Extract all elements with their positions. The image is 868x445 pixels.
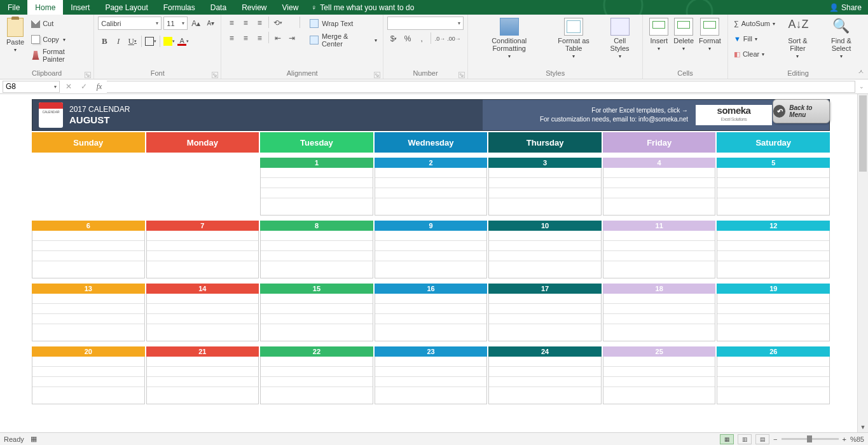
calendar-cell[interactable]: 2 <box>375 158 488 216</box>
calendar-cell[interactable]: 14 <box>146 284 259 341</box>
formula-input[interactable] <box>107 81 855 93</box>
insert-cells-button[interactable]: Insert▾ <box>647 17 671 69</box>
clear-button[interactable]: ◧Clear▾ <box>732 47 777 61</box>
date-body[interactable] <box>146 231 259 278</box>
calendar-cell[interactable]: 4 <box>603 158 716 216</box>
underline-button[interactable]: U▾ <box>126 35 139 48</box>
clipboard-launcher[interactable]: ⬂ <box>85 72 91 78</box>
date-body[interactable] <box>488 357 602 404</box>
find-select-button[interactable]: 🔍Find & Select▾ <box>818 17 864 69</box>
increase-indent-button[interactable]: ⇥ <box>286 32 298 44</box>
date-body[interactable] <box>717 231 830 278</box>
calendar-cell[interactable]: 11 <box>603 221 716 278</box>
fill-color-button[interactable]: ▾ <box>163 35 176 48</box>
calendar-cell[interactable]: 9 <box>375 221 488 278</box>
date-body[interactable] <box>603 357 716 404</box>
date-body[interactable] <box>375 168 488 216</box>
fill-button[interactable]: ▼Fill▾ <box>732 32 777 46</box>
scroll-down-button[interactable]: ▼ <box>858 422 868 432</box>
font-color-button[interactable]: A▾ <box>177 35 189 48</box>
vertical-scrollbar[interactable]: ▲ ▼ <box>857 94 868 432</box>
align-middle-button[interactable]: ≡ <box>239 17 252 29</box>
calendar-cell[interactable]: 13 <box>32 284 145 341</box>
copy-button[interactable]: Copy▾ <box>29 32 90 46</box>
enter-formula-button[interactable]: ✓ <box>76 82 92 91</box>
date-body[interactable] <box>260 231 373 278</box>
date-body[interactable] <box>260 294 373 341</box>
date-body[interactable] <box>488 168 602 216</box>
decrease-decimal-button[interactable]: .00→ <box>448 32 460 45</box>
calendar-cell[interactable]: 16 <box>375 284 488 341</box>
bold-button[interactable]: B <box>98 35 111 48</box>
delete-cells-button[interactable]: Delete▾ <box>671 17 696 69</box>
align-right-button[interactable]: ≡ <box>253 32 266 44</box>
calendar-cell[interactable]: 22 <box>260 346 373 404</box>
date-body[interactable] <box>717 168 830 216</box>
date-body[interactable] <box>32 231 145 278</box>
format-as-table-button[interactable]: Format as Table▾ <box>546 17 601 69</box>
date-body[interactable] <box>32 294 145 341</box>
increase-font-button[interactable]: A▴ <box>189 17 202 30</box>
expand-formula-button[interactable]: ⌄ <box>855 83 868 90</box>
back-to-menu-button[interactable]: ↶ Back to Menu <box>773 99 830 123</box>
date-body[interactable] <box>260 168 373 216</box>
calendar-cell[interactable]: 20 <box>32 346 145 404</box>
date-body[interactable] <box>603 294 716 341</box>
calendar-cell[interactable]: 3 <box>488 158 602 216</box>
font-size-combo[interactable]: 11▾ <box>163 17 188 30</box>
autosum-button[interactable]: ∑AutoSum▾ <box>732 17 777 31</box>
accounting-button[interactable]: $▾ <box>387 32 400 45</box>
cut-button[interactable]: Cut <box>29 17 90 31</box>
orientation-button[interactable]: ⟲▾ <box>272 17 284 29</box>
date-body[interactable] <box>32 357 145 404</box>
align-center-button[interactable]: ≡ <box>239 32 252 44</box>
share-button[interactable]: 👤Share <box>829 3 862 12</box>
sort-filter-button[interactable]: A↓ZSort & Filter▾ <box>777 17 818 69</box>
date-body[interactable] <box>488 294 602 341</box>
align-bottom-button[interactable]: ≡ <box>253 17 266 29</box>
scroll-thumb[interactable] <box>859 95 867 172</box>
decrease-font-button[interactable]: A▾ <box>204 17 217 30</box>
zoom-in-button[interactable]: + <box>843 435 846 443</box>
date-body[interactable] <box>375 357 488 404</box>
alignment-launcher[interactable]: ⬂ <box>374 72 380 78</box>
date-body[interactable] <box>146 294 259 341</box>
date-body[interactable] <box>717 357 830 404</box>
percent-button[interactable]: % <box>401 32 414 45</box>
tab-data[interactable]: Data <box>203 0 234 15</box>
font-launcher[interactable]: ⬂ <box>212 72 218 78</box>
increase-decimal-button[interactable]: .0→ <box>434 32 446 45</box>
date-body[interactable] <box>603 168 716 216</box>
calendar-cell[interactable]: 10 <box>488 221 602 278</box>
tell-me[interactable]: ♀Tell me what you want to do <box>311 3 414 12</box>
calendar-cell[interactable]: 19 <box>717 284 830 341</box>
font-name-combo[interactable]: Calibri▾ <box>98 17 162 30</box>
date-body[interactable] <box>488 231 602 278</box>
zoom-slider[interactable] <box>782 438 839 440</box>
date-body[interactable] <box>260 357 373 404</box>
insert-function-button[interactable]: fx <box>92 82 107 92</box>
calendar-cell[interactable]: 5 <box>717 158 830 216</box>
date-body[interactable] <box>375 294 488 341</box>
wrap-text-button[interactable]: Wrap Text <box>308 17 379 31</box>
name-box[interactable]: G8▾ <box>3 81 60 93</box>
calendar-cell[interactable]: 12 <box>717 221 830 278</box>
paste-button[interactable]: Paste▾ <box>4 17 27 69</box>
calendar-cell[interactable]: 7 <box>146 221 259 278</box>
collapse-ribbon-button[interactable]: ㅅ <box>858 67 864 76</box>
date-body[interactable] <box>717 294 830 341</box>
zoom-level[interactable]: %85 <box>850 435 864 443</box>
calendar-cell[interactable]: 1 <box>260 158 373 216</box>
format-painter-button[interactable]: Format Painter <box>29 48 90 62</box>
tab-formulas[interactable]: Formulas <box>156 0 203 15</box>
comma-button[interactable]: , <box>415 32 428 45</box>
calendar-cell[interactable]: 6 <box>32 221 145 278</box>
italic-button[interactable]: I <box>112 35 125 48</box>
page-layout-view-button[interactable]: ▥ <box>738 434 752 444</box>
number-format-combo[interactable]: ▾ <box>387 17 464 30</box>
calendar-cell[interactable]: 17 <box>488 284 602 341</box>
conditional-formatting-button[interactable]: Conditional Formatting▾ <box>472 17 546 69</box>
cancel-formula-button[interactable]: ✕ <box>61 82 76 91</box>
format-cells-button[interactable]: Format▾ <box>696 17 724 69</box>
align-top-button[interactable]: ≡ <box>225 17 238 29</box>
